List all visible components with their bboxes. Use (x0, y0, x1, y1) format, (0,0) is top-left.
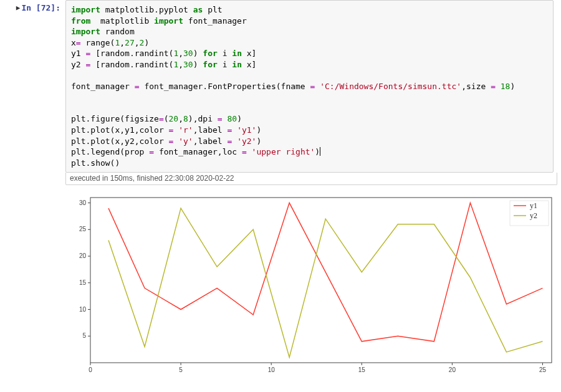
notebook-cell: ▶In [72]: import matplotlib.pyplot as pl… (0, 0, 561, 185)
x-tick-label: 10 (268, 366, 276, 373)
x-tick-label: 25 (539, 366, 547, 373)
output-cell: 510152025300510152025y1y2 (0, 189, 561, 381)
execution-info: executed in 150ms, finished 22:30:08 202… (65, 173, 557, 185)
legend (510, 201, 549, 226)
series-y1 (108, 203, 542, 342)
y-tick-label: 15 (79, 279, 87, 286)
y-tick-label: 10 (79, 306, 87, 313)
y-tick-label: 5 (82, 332, 86, 339)
x-tick-label: 15 (358, 366, 366, 373)
code-content[interactable]: import matplotlib.pyplot as plt from mat… (66, 1, 553, 172)
line-chart: 510152025300510152025y1y2 (65, 191, 558, 378)
x-tick-label: 5 (179, 366, 183, 373)
y-tick-label: 30 (79, 199, 87, 206)
y-tick-label: 25 (79, 226, 87, 232)
prompt-label: In [72]: (21, 3, 60, 12)
output-area: 510152025300510152025y1y2 (65, 189, 558, 381)
plot-frame (90, 198, 552, 363)
legend-label-y2: y2 (530, 211, 537, 220)
input-prompt: ▶In [72]: (0, 0, 65, 185)
x-tick-label: 0 (89, 366, 92, 373)
run-cell-icon[interactable]: ▶ (16, 4, 21, 12)
legend-label-y1: y1 (530, 201, 537, 210)
series-y2 (108, 208, 542, 357)
code-editor[interactable]: import matplotlib.pyplot as plt from mat… (65, 0, 554, 173)
x-tick-label: 20 (449, 366, 456, 373)
y-tick-label: 20 (79, 252, 87, 259)
